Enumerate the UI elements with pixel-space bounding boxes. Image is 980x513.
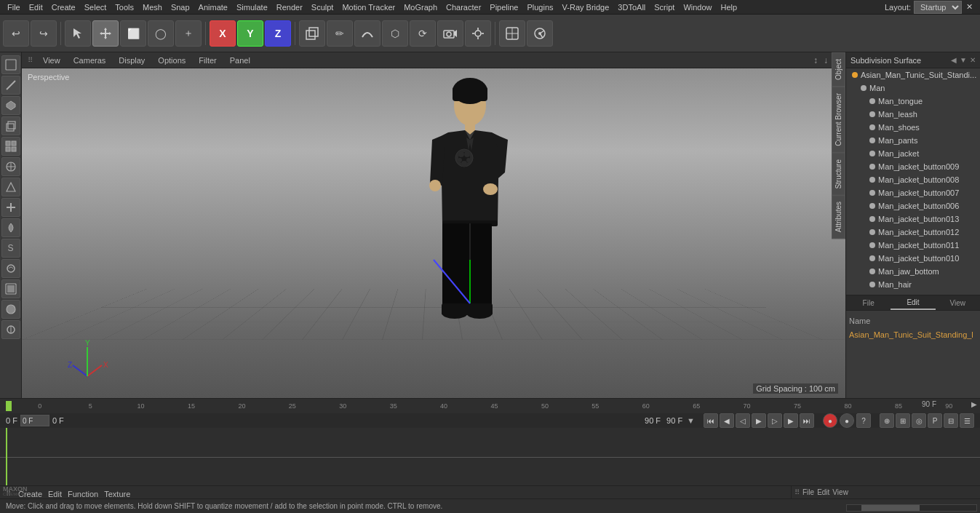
mode-btn-5[interactable]: ⊟: [944, 413, 958, 428]
scene-item-0[interactable]: Asian_Man_Tunic_Suit_Standi...: [846, 68, 980, 81]
tab-panel[interactable]: Panel: [224, 55, 256, 66]
tab-options[interactable]: Options: [152, 55, 191, 66]
menu-vraybridge[interactable]: V-Ray Bridge: [558, 1, 614, 13]
tab-file[interactable]: File: [846, 297, 891, 309]
record-button[interactable]: ●: [823, 413, 837, 428]
menu-file[interactable]: File: [3, 1, 25, 13]
menu-create[interactable]: Create: [47, 1, 80, 13]
scene-item-2[interactable]: Man_tongue: [846, 95, 980, 108]
menu-simulate[interactable]: Simulate: [232, 1, 272, 13]
scene-item-4[interactable]: Man_shoes: [846, 121, 980, 134]
pen-tool-button[interactable]: ✏: [327, 20, 353, 47]
menu-mesh[interactable]: Mesh: [138, 1, 167, 13]
tab-edit-attr[interactable]: Edit: [891, 296, 935, 310]
tool6[interactable]: [1, 178, 20, 196]
mode-btn-6[interactable]: ☰: [960, 413, 974, 428]
light-button[interactable]: [465, 20, 491, 47]
spline-tool-button[interactable]: [354, 20, 381, 47]
nurbs-button[interactable]: ⬡: [382, 20, 408, 47]
menu-render[interactable]: Render: [272, 1, 307, 13]
menu-edit[interactable]: Edit: [25, 1, 47, 13]
edge-mode-tool[interactable]: [1, 76, 20, 95]
tool7[interactable]: [1, 198, 20, 217]
mode-btn-1[interactable]: ⊕: [880, 413, 894, 428]
viewport-canvas[interactable]: X Z Y Perspective Grid Spacing : 100 cm: [22, 68, 845, 398]
menu-select[interactable]: Select: [80, 1, 111, 13]
coord-file-tab[interactable]: File: [802, 488, 814, 496]
scene-item-9[interactable]: Man_jacket_button007: [846, 186, 980, 199]
scene-item-10[interactable]: Man_jacket_button006: [846, 199, 980, 212]
side-tab-object[interactable]: Object: [832, 52, 845, 87]
menu-script[interactable]: Script: [650, 1, 679, 13]
y-axis-button[interactable]: Y: [237, 20, 263, 47]
last-frame-button[interactable]: ⏭: [800, 413, 814, 428]
mode-btn-4[interactable]: P: [928, 413, 942, 428]
texture-mode-tool[interactable]: [1, 137, 20, 156]
coord-edit-tab[interactable]: Edit: [817, 488, 829, 496]
scene-item-7[interactable]: Man_jacket_button009: [846, 160, 980, 173]
mode-btn-3[interactable]: ◎: [912, 413, 926, 428]
layout-select[interactable]: Startup: [914, 1, 962, 14]
start-frame-input[interactable]: [20, 415, 49, 426]
undo-button[interactable]: ↩: [3, 20, 29, 47]
menu-sculpt[interactable]: Sculpt: [307, 1, 338, 13]
scrollbar-thumb[interactable]: [861, 505, 920, 511]
menu-plugins[interactable]: Plugins: [522, 1, 557, 13]
tab-view[interactable]: View: [37, 55, 66, 66]
menu-tools[interactable]: Tools: [111, 1, 138, 13]
tool8[interactable]: [1, 218, 20, 237]
menu-help[interactable]: Help: [717, 1, 742, 13]
menu-pipeline[interactable]: Pipeline: [485, 1, 522, 13]
scene-item-3[interactable]: Man_leash: [846, 108, 980, 121]
prev-frame-button[interactable]: ◀: [720, 413, 734, 428]
camera-button[interactable]: [437, 20, 463, 47]
next-frame-button[interactable]: ▶: [784, 413, 798, 428]
cube-tool-button[interactable]: [299, 20, 325, 47]
tool10[interactable]: [1, 259, 20, 278]
side-tab-structure[interactable]: Structure: [832, 153, 845, 196]
side-tab-attributes[interactable]: Attributes: [832, 195, 845, 239]
menu-3dtoall[interactable]: 3DToAll: [613, 1, 650, 13]
menu-mograph[interactable]: MoGraph: [399, 1, 442, 13]
menu-motiontracker[interactable]: Motion Tracker: [338, 1, 399, 13]
tab-view-attr[interactable]: View: [936, 297, 980, 309]
object-mode-tool[interactable]: [1, 116, 20, 135]
mat-menu-function[interactable]: Function: [68, 490, 98, 498]
point-mode-tool[interactable]: [1, 55, 20, 74]
tab-display[interactable]: Display: [113, 55, 151, 66]
horizontal-scrollbar[interactable]: [846, 504, 977, 512]
redo-button[interactable]: ↪: [31, 20, 57, 47]
fps-icon[interactable]: ▼: [687, 416, 695, 425]
tab-filter[interactable]: Filter: [193, 55, 222, 66]
select-tool-button[interactable]: [65, 20, 91, 47]
rp-icon-2[interactable]: ▼: [960, 56, 967, 64]
tool12[interactable]: [1, 300, 20, 319]
z-axis-button[interactable]: Z: [265, 20, 291, 47]
scale-tool-button[interactable]: ⬜: [120, 20, 146, 47]
help-button[interactable]: ?: [856, 413, 871, 428]
polygon-mode-tool[interactable]: [1, 96, 20, 115]
deform-button[interactable]: ⟳: [410, 20, 436, 47]
tool13[interactable]: [1, 320, 20, 339]
subdiv-button[interactable]: [499, 20, 525, 47]
transform-tool-button[interactable]: ＋: [175, 20, 202, 47]
scene-item-5[interactable]: Man_pants: [846, 134, 980, 147]
timeline-ruler[interactable]: 051015202530354045505560657075808590 90 …: [0, 399, 980, 413]
first-frame-button[interactable]: ⏮: [704, 413, 718, 428]
next-keyframe-button[interactable]: ▷: [768, 413, 782, 428]
mat-menu-texture[interactable]: Texture: [104, 490, 130, 498]
menu-animate[interactable]: Animate: [194, 1, 232, 13]
menu-window[interactable]: Window: [679, 1, 716, 13]
side-tab-browser[interactable]: Current Browser: [832, 87, 845, 153]
scene-item-1[interactable]: Man: [846, 81, 980, 95]
scene-item-13[interactable]: Man_jacket_button011: [846, 239, 980, 252]
scene-item-11[interactable]: Man_jacket_button013: [846, 212, 980, 226]
render-button[interactable]: [527, 20, 553, 47]
scene-item-12[interactable]: Man_jacket_button012: [846, 226, 980, 239]
tool5[interactable]: [1, 157, 20, 176]
rp-icon-1[interactable]: ◀: [951, 56, 957, 64]
mode-btn-2[interactable]: ⊞: [896, 413, 910, 428]
timeline-track[interactable]: [0, 428, 980, 485]
close-icon[interactable]: ✕: [962, 1, 977, 13]
tool9[interactable]: S: [1, 239, 20, 258]
